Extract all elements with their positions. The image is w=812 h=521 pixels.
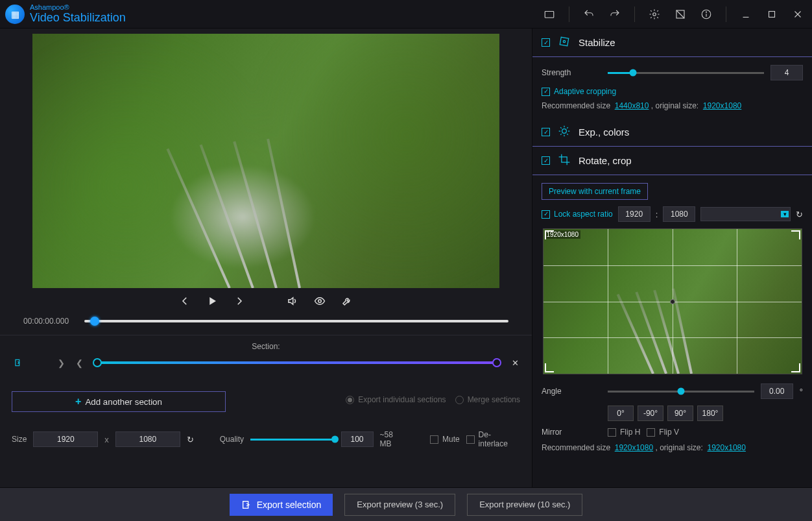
svg-point-5	[706, 12, 707, 12]
rotate-recommended-link[interactable]: 1920x1080	[615, 443, 653, 452]
rotate-original-link[interactable]: 1920x1080	[708, 443, 746, 452]
rotate-title: Rotate, crop	[579, 155, 632, 166]
section-end-handle[interactable]	[492, 358, 501, 367]
preview-frame-button[interactable]: Preview with current frame	[542, 183, 648, 200]
playback-time: 00:00:00.000	[23, 317, 75, 326]
export-selection-button[interactable]: Export selection	[230, 494, 333, 516]
aspect-reset-icon[interactable]: ↻	[796, 210, 803, 219]
info-icon[interactable]	[697, 5, 715, 23]
export-preview-10-button[interactable]: Export preview (10 sec.)	[467, 494, 582, 516]
rotate-enable-checkbox[interactable]	[542, 156, 550, 165]
export-individual-radio[interactable]: Export individual sections	[346, 395, 446, 404]
flip-v-checkbox[interactable]: Flip V	[647, 428, 679, 437]
svg-marker-10	[209, 297, 216, 305]
strength-label: Strength	[542, 68, 601, 77]
section-start-handle[interactable]	[93, 358, 102, 367]
export-preview-3-button[interactable]: Export preview (3 sec.)	[344, 494, 455, 516]
crop-icon	[558, 153, 571, 168]
stabilize-panel-header[interactable]: Stabilize	[532, 29, 812, 57]
section-next-icon[interactable]: ❮	[74, 358, 84, 368]
crop-height-input[interactable]	[663, 206, 695, 222]
section-export-icon[interactable]	[12, 356, 25, 369]
strength-input[interactable]	[770, 65, 803, 80]
bottom-bar: Export selection Export preview (3 sec.)…	[0, 487, 812, 521]
lock-aspect-checkbox[interactable]: Lock aspect ratio	[542, 210, 613, 219]
svg-rect-17	[243, 501, 248, 508]
flip-h-checkbox[interactable]: Flip H	[608, 428, 640, 437]
tools-icon[interactable]	[339, 293, 355, 309]
chevron-down-icon: ▾	[781, 211, 789, 217]
size-height-input[interactable]	[115, 431, 180, 447]
exp-panel-header[interactable]: Exp., colors	[532, 118, 812, 147]
crop-center-handle[interactable]	[670, 299, 675, 304]
angle-label: Angle	[542, 387, 601, 396]
undo-icon[interactable]	[580, 5, 598, 23]
svg-rect-0	[545, 11, 554, 18]
stabilize-title: Stabilize	[579, 37, 615, 48]
rotate-minus90-button[interactable]: -90°	[638, 406, 663, 421]
size-width-input[interactable]	[33, 431, 98, 447]
quality-label: Quality	[220, 435, 244, 444]
quality-slider[interactable]	[250, 439, 334, 441]
size-label: Size	[12, 435, 27, 444]
angle-input[interactable]	[761, 383, 793, 399]
stabilize-icon	[558, 35, 571, 50]
add-section-button[interactable]: + Add another section	[12, 391, 226, 412]
open-folder-icon[interactable]	[540, 5, 558, 23]
adaptive-cropping-checkbox[interactable]: Adaptive cropping	[542, 87, 803, 96]
timeline-slider[interactable]	[84, 320, 508, 322]
svg-rect-7	[769, 11, 775, 17]
volume-icon[interactable]	[285, 293, 300, 309]
mirror-label: Mirror	[542, 428, 601, 437]
svg-rect-14	[560, 37, 569, 46]
exposure-icon	[558, 125, 571, 139]
redo-icon[interactable]	[606, 5, 624, 23]
close-icon[interactable]	[789, 5, 807, 23]
rotate-panel-header[interactable]: Rotate, crop	[532, 147, 812, 175]
section-label: Section:	[12, 342, 520, 351]
section-range-slider[interactable]	[97, 361, 497, 364]
angle-slider[interactable]	[608, 391, 754, 393]
play-icon[interactable]	[204, 293, 220, 309]
svg-marker-11	[289, 298, 293, 305]
rotate-180-button[interactable]: 180°	[697, 406, 723, 421]
export-icon	[241, 500, 252, 510]
section-prev-icon[interactable]: ❯	[56, 358, 66, 368]
brand-big: Video Stabilization	[30, 12, 126, 24]
next-frame-icon[interactable]	[232, 293, 247, 309]
logo-block: ▦ Ashampoo® Video Stabilization	[5, 4, 126, 23]
aspect-preset-combo[interactable]: ▾	[700, 207, 791, 221]
svg-point-15	[563, 40, 565, 42]
quality-input[interactable]	[341, 431, 374, 447]
rotate-90-button[interactable]: 90°	[667, 406, 693, 421]
minimize-icon[interactable]	[737, 5, 755, 23]
maximize-icon[interactable]	[763, 5, 781, 23]
deinterlace-checkbox[interactable]: De-interlace	[466, 430, 520, 448]
crop-width-input[interactable]	[618, 206, 651, 222]
size-estimate: ~58 MB	[380, 430, 407, 448]
prev-frame-icon[interactable]	[177, 293, 193, 309]
stabilize-original-link[interactable]: 1920x1080	[703, 101, 741, 110]
rotate-0-button[interactable]: 0°	[608, 406, 634, 421]
settings-icon[interactable]	[645, 5, 663, 23]
play-controls	[12, 288, 520, 314]
stabilize-recommended-link[interactable]: 1440x810	[615, 101, 649, 110]
exp-enable-checkbox[interactable]	[542, 128, 550, 136]
mute-checkbox[interactable]: Mute	[430, 435, 460, 444]
titlebar: ▦ Ashampoo® Video Stabilization	[0, 0, 812, 29]
stabilize-enable-checkbox[interactable]	[542, 38, 550, 47]
svg-point-12	[318, 300, 322, 303]
preview-eye-icon[interactable]	[312, 293, 328, 309]
plus-icon: +	[75, 396, 81, 407]
video-preview[interactable]	[32, 34, 499, 288]
strength-slider[interactable]	[608, 72, 764, 74]
svg-point-1	[653, 12, 656, 16]
size-x-sep: x	[104, 435, 109, 444]
crop-preview[interactable]: 1920x1080	[543, 228, 802, 374]
merge-sections-radio[interactable]: Merge sections	[455, 395, 520, 404]
theme-icon[interactable]	[671, 5, 689, 23]
size-reset-icon[interactable]: ↻	[187, 435, 194, 444]
section-remove-icon[interactable]: ✕	[510, 358, 520, 368]
app-logo-icon: ▦	[5, 5, 25, 24]
rotate-recommended-info: Recommended size 1920x1080 , original si…	[542, 443, 803, 452]
